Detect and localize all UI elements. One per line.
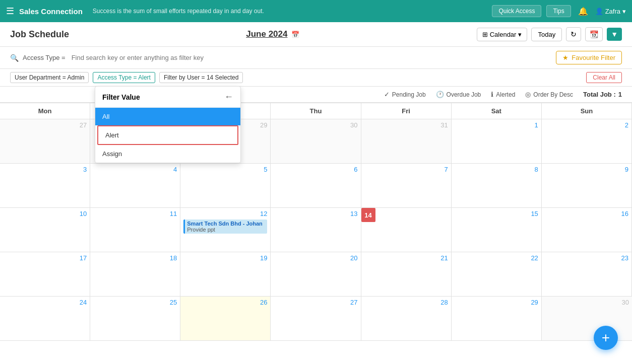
filter-search-bar: 🔍 Access Type = ★ Favourite Filter [0, 47, 632, 69]
overdue-label: Overdue Job [447, 91, 481, 98]
day-number: 27 [3, 121, 87, 129]
day-number: 25 [93, 299, 177, 306]
current-day-badge: 14 [361, 208, 375, 222]
day-number: 17 [3, 254, 87, 262]
cal-cell-17-jun[interactable]: 17 [0, 252, 90, 297]
chip-department[interactable]: User Department = Admin [10, 72, 89, 83]
favourite-filter-button[interactable]: ★ Favourite Filter [556, 51, 622, 64]
cal-cell-11-jun[interactable]: 11 [90, 208, 180, 252]
cal-cell-19-jun[interactable]: 19 [180, 252, 271, 297]
date-section: June 2024 📅 [69, 29, 477, 39]
cal-cell-5-jun[interactable]: 5 [180, 164, 271, 208]
page-title: Job Schedule [10, 29, 69, 40]
day-number: 7 [364, 166, 448, 173]
top-navigation: ☰ Sales Connection Success is the sum of… [0, 0, 632, 22]
cal-cell-12-jun[interactable]: 12 Smart Tech Sdn Bhd - Johan Provide pp… [180, 208, 271, 252]
dropdown-item-all[interactable]: All [95, 108, 240, 125]
day-number: 16 [545, 210, 628, 217]
calendar-pick-icon[interactable]: 📅 [291, 31, 299, 38]
day-number: 31 [364, 121, 448, 129]
user-chevron-icon: ▾ [622, 8, 626, 15]
cal-cell-10-jun[interactable]: 10 [0, 208, 90, 252]
cal-cell-3-jun[interactable]: 3 [0, 164, 90, 208]
cal-cell-18-jun[interactable]: 18 [90, 252, 180, 297]
day-number: 22 [455, 254, 538, 262]
filter-value-dropdown: Filter Value ← All Alert Assign [95, 86, 241, 163]
cal-cell-20-jun[interactable]: 20 [271, 252, 361, 297]
current-month-label[interactable]: June 2024 [246, 29, 287, 39]
dropdown-title: Filter Value [102, 93, 140, 101]
cal-cell-16-jun[interactable]: 16 [542, 208, 632, 252]
day-number: 13 [274, 210, 357, 217]
chip-filter-user[interactable]: Filter by User = 14 Selected [159, 72, 243, 83]
day-number: 11 [93, 210, 177, 217]
dropdown-item-alert[interactable]: Alert [97, 125, 238, 145]
dropdown-item-assign[interactable]: Assign [95, 145, 240, 163]
cal-cell-14-jun[interactable]: 14 [361, 208, 452, 252]
overdue-clock-icon: 🕐 [436, 91, 444, 98]
chip-access-type[interactable]: Access Type = Alert [93, 72, 155, 83]
cal-cell-4-jun[interactable]: 4 [90, 164, 180, 208]
day-number: 23 [545, 254, 628, 262]
cal-cell-1-jun[interactable]: 1 [452, 119, 542, 164]
brand-name: Sales Connection [19, 7, 83, 16]
filter-button[interactable]: ▼ [607, 28, 622, 41]
username-label: Zafra [605, 8, 620, 15]
cal-cell-29-jun[interactable]: 29 [452, 297, 542, 341]
calendar-event-smart-tech[interactable]: Smart Tech Sdn Bhd - Johan Provide ppt [183, 220, 267, 234]
cal-cell-30-jun[interactable]: 30 [542, 297, 632, 341]
col-header-sun: Sun [542, 103, 632, 119]
day-number: 15 [455, 210, 538, 217]
day-number: 30 [545, 299, 629, 306]
quick-access-button[interactable]: Quick Access [492, 5, 541, 17]
add-fab-button[interactable]: + [594, 326, 618, 350]
bell-icon[interactable]: 🔔 [576, 7, 590, 16]
user-menu[interactable]: 👤 Zafra ▾ [595, 8, 626, 15]
view-chevron-icon: ▾ [518, 31, 522, 38]
cal-cell-30-may[interactable]: 30 [271, 119, 361, 164]
legend-alerted: ℹ Alerted [491, 91, 515, 98]
dropdown-back-button[interactable]: ← [224, 92, 233, 102]
cal-cell-24-jun[interactable]: 24 [0, 297, 90, 341]
cal-cell-2-jun[interactable]: 2 [542, 119, 632, 164]
day-number: 10 [3, 210, 87, 217]
refresh-button[interactable]: ↻ [566, 27, 581, 41]
col-header-fri: Fri [361, 103, 452, 119]
filter-search-input[interactable] [70, 52, 552, 63]
menu-icon[interactable]: ☰ [6, 6, 14, 17]
today-button[interactable]: Today [531, 28, 562, 41]
view-calendar-button[interactable]: ⊞ Calendar ▾ [477, 28, 528, 41]
event-subtitle: Provide ppt [187, 227, 265, 233]
cal-cell-26-jun[interactable]: 26 [180, 297, 271, 341]
col-header-thu: Thu [271, 103, 361, 119]
alerted-label: Alerted [496, 91, 515, 98]
cal-cell-15-jun[interactable]: 15 [452, 208, 542, 252]
day-number: 27 [274, 299, 357, 306]
user-avatar-icon: 👤 [595, 8, 603, 15]
cal-cell-28-jun[interactable]: 28 [361, 297, 452, 341]
day-number: 5 [183, 166, 267, 173]
cal-cell-25-jun[interactable]: 25 [90, 297, 180, 341]
cal-cell-8-jun[interactable]: 8 [452, 164, 542, 208]
order-label: Order By Desc [533, 91, 573, 98]
date-picker-button[interactable]: 📆 [585, 27, 603, 41]
legend-order: ◎ Order By Desc [525, 91, 573, 98]
cal-cell-27-may[interactable]: 27 [0, 119, 90, 164]
day-number: 19 [183, 254, 267, 262]
cal-cell-21-jun[interactable]: 21 [361, 252, 452, 297]
clear-all-button[interactable]: Clear All [586, 72, 622, 83]
day-number: 18 [93, 254, 177, 262]
main-content: Job Schedule June 2024 📅 ⊞ Calendar ▾ To… [0, 22, 632, 364]
favourite-filter-label: Favourite Filter [572, 54, 615, 61]
cal-cell-23-jun[interactable]: 23 [542, 252, 632, 297]
cal-cell-7-jun[interactable]: 7 [361, 164, 452, 208]
cal-cell-6-jun[interactable]: 6 [271, 164, 361, 208]
cal-cell-22-jun[interactable]: 22 [452, 252, 542, 297]
cal-cell-31-may[interactable]: 31 [361, 119, 452, 164]
grid-icon: ⊞ [482, 31, 488, 38]
cal-cell-13-jun[interactable]: 13 [271, 208, 361, 252]
day-number: 12 [183, 210, 267, 217]
cal-cell-27-jun[interactable]: 27 [271, 297, 361, 341]
tips-button[interactable]: Tips [546, 5, 571, 17]
cal-cell-9-jun[interactable]: 9 [542, 164, 632, 208]
